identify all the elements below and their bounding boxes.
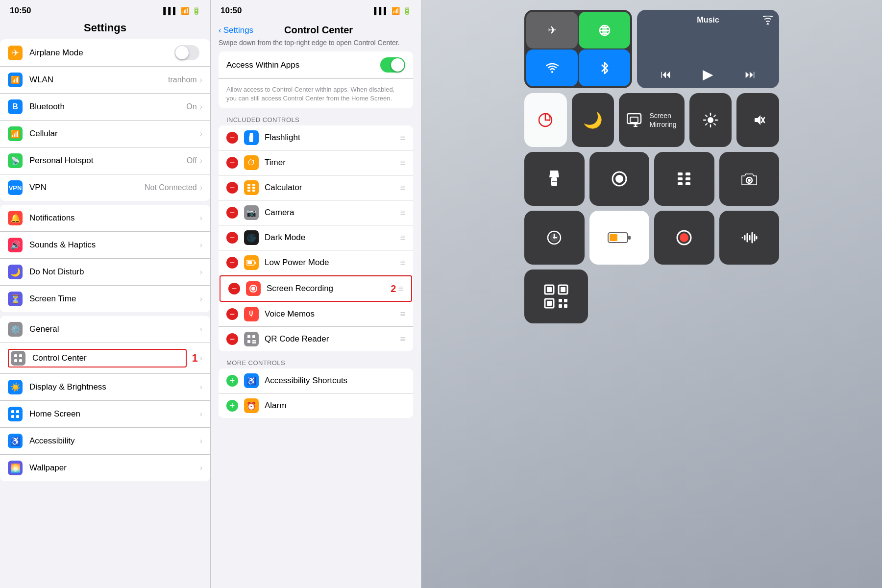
wlan-value: tranhom [168, 75, 197, 84]
settings-item-screentime[interactable]: ⏳ Screen Time › [0, 286, 210, 312]
settings-item-sounds[interactable]: 🔊 Sounds & Haptics › [0, 232, 210, 259]
flashlight-tile[interactable] [524, 152, 585, 206]
remove-calculator[interactable]: − [226, 182, 238, 194]
record-tile[interactable] [654, 211, 714, 265]
dnd-label: Do Not Disturb [29, 267, 200, 277]
settings-item-accessibility[interactable]: ♿ Accessibility › [0, 428, 210, 455]
svg-rect-55 [686, 172, 690, 175]
remove-timer[interactable]: − [226, 157, 238, 169]
calculator-small-tile[interactable] [654, 152, 714, 206]
settings-panel: 10:50 ▌▌▌ 📶 🔋 Settings ✈ Airplane Mode 📶… [0, 0, 211, 588]
svg-rect-58 [678, 182, 683, 185]
settings-item-wallpaper[interactable]: 🌅 Wallpaper › [0, 455, 210, 481]
svg-point-61 [748, 179, 751, 182]
add-accessibility[interactable]: + [226, 375, 238, 387]
screenrecording-label: Screen Recording [267, 284, 386, 294]
flashlight-label: Flashlight [265, 133, 400, 143]
remove-camera[interactable]: − [226, 207, 238, 219]
accessibility-shortcuts-label: Accessibility Shortcuts [265, 376, 405, 386]
bluetooth-tile[interactable] [579, 49, 630, 86]
airplane-tile[interactable]: ✈ [526, 12, 578, 49]
settings-item-controlcenter[interactable]: Control Center 1 › [0, 343, 210, 374]
status-icons-left: ▌▌▌ 📶 🔋 [163, 7, 200, 15]
cc-item-alarm[interactable]: + ⏰ Alarm [219, 393, 413, 418]
cc-item-flashlight[interactable]: − Flashlight ≡ [219, 125, 413, 150]
screenrecording-drag[interactable]: ≡ [398, 284, 403, 294]
svg-rect-8 [247, 184, 250, 186]
access-within-apps-toggle[interactable] [380, 57, 405, 73]
remove-darkmode[interactable]: − [226, 232, 238, 244]
watch-face-tile[interactable] [524, 211, 585, 265]
settings-item-notifications[interactable]: 🔔 Notifications › [0, 205, 210, 232]
back-label[interactable]: Settings [223, 25, 253, 35]
battery-small-tile[interactable] [589, 211, 650, 265]
svg-rect-21 [247, 340, 250, 343]
settings-item-hotspot[interactable]: 📡 Personal Hotspot Off › [0, 147, 210, 174]
qrcode-drag[interactable]: ≡ [400, 334, 405, 344]
access-within-apps-label: Access Within Apps [226, 60, 380, 70]
svg-rect-2 [14, 359, 17, 362]
settings-item-cellular[interactable]: 📶 Cellular › [0, 121, 210, 147]
airplane-toggle[interactable] [174, 45, 199, 60]
timer-drag[interactable]: ≡ [400, 158, 405, 168]
lowpower-icon [244, 255, 259, 270]
cc-item-qrcode[interactable]: − QR Code Reader ≡ [219, 327, 413, 351]
cc-item-darkmode[interactable]: − 🌑 Dark Mode ≡ [219, 225, 413, 250]
remove-screenrecording[interactable]: − [228, 283, 240, 294]
remove-flashlight[interactable]: − [226, 132, 238, 144]
cellular-tile[interactable] [579, 12, 630, 49]
airplay-icon[interactable] [762, 16, 773, 27]
settings-item-general[interactable]: ⚙️ General › [0, 316, 210, 343]
vpn-label: VPN [29, 183, 145, 193]
brightness-tile[interactable] [689, 93, 732, 147]
screen-mirroring-tile[interactable]: ScreenMirroring [619, 93, 684, 147]
fastforward-button[interactable]: ⏭ [745, 68, 756, 81]
settings-item-display[interactable]: ☀️ Display & Brightness › [0, 374, 210, 401]
cc-item-voicememos[interactable]: − 🎙 Voice Memos ≡ [219, 302, 413, 327]
cc-item-calculator[interactable]: − Calculator ≡ [219, 175, 413, 200]
orientation-lock-tile[interactable] [524, 93, 567, 147]
flashlight-drag[interactable]: ≡ [400, 133, 405, 143]
play-button[interactable]: ▶ [703, 66, 713, 82]
cc-item-accessibility-shortcuts[interactable]: + ♿ Accessibility Shortcuts [219, 368, 413, 393]
voicememos-drag[interactable]: ≡ [400, 309, 405, 319]
darkmode-drag[interactable]: ≡ [400, 233, 405, 243]
remove-lowpower[interactable]: − [226, 257, 238, 269]
rewind-button[interactable]: ⏮ [661, 68, 671, 81]
access-within-apps-row[interactable]: Access Within Apps [219, 51, 413, 79]
soundwave-tile[interactable] [719, 211, 780, 265]
settings-item-homescreen[interactable]: Home Screen › [0, 401, 210, 428]
settings-item-dnd[interactable]: 🌙 Do Not Disturb › [0, 259, 210, 286]
battery-icon-mid: 🔋 [403, 7, 411, 15]
display-chevron: › [200, 383, 202, 392]
wifi-tile[interactable] [526, 49, 578, 86]
cc-item-timer[interactable]: − ⏱ Timer ≡ [219, 150, 413, 175]
calculator-drag[interactable]: ≡ [400, 183, 405, 193]
fourth-row [524, 211, 779, 265]
svg-rect-68 [628, 236, 631, 240]
back-button[interactable]: ‹ Settings [219, 25, 253, 35]
svg-line-44 [714, 123, 715, 125]
included-controls-section: − Flashlight ≡ − ⏱ Timer ≡ − Calcula [219, 125, 413, 351]
settings-item-wlan[interactable]: 📶 WLAN tranhom › [0, 67, 210, 94]
do-not-disturb-tile[interactable]: 🌙 [572, 93, 614, 147]
camera-drag[interactable]: ≡ [400, 208, 405, 218]
cc-item-camera[interactable]: − 📷 Camera ≡ [219, 200, 413, 225]
camera-small-tile[interactable] [719, 152, 780, 206]
remove-qrcode[interactable]: − [226, 333, 238, 345]
svg-line-45 [714, 115, 715, 117]
qr-tile[interactable] [524, 270, 588, 323]
cc-item-screenrecording[interactable]: − Screen Recording 2 ≡ [220, 275, 412, 302]
lowpower-drag[interactable]: ≡ [400, 258, 405, 268]
settings-item-vpn[interactable]: VPN VPN Not Connected › [0, 174, 210, 201]
mute-tile[interactable] [736, 93, 779, 147]
calculator-label: Calculator [265, 183, 400, 193]
screen-recording-small-tile[interactable] [589, 152, 650, 206]
cc-item-lowpower[interactable]: − Low Power Mode ≡ [219, 250, 413, 275]
svg-rect-23 [254, 340, 256, 342]
settings-item-airplane[interactable]: ✈ Airplane Mode [0, 39, 210, 67]
notifications-label: Notifications [29, 213, 200, 223]
remove-voicememos[interactable]: − [226, 308, 238, 320]
settings-item-bluetooth[interactable]: B Bluetooth On › [0, 94, 210, 121]
add-alarm[interactable]: + [226, 400, 238, 412]
